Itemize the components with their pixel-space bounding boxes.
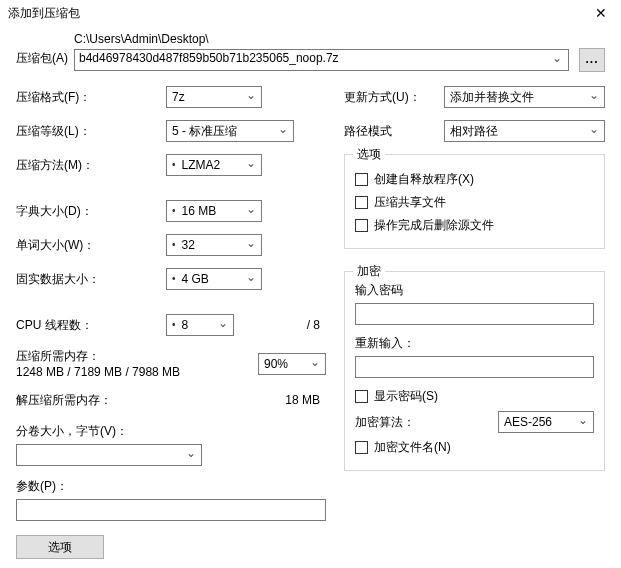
method-select[interactable]: LZMA2: [166, 154, 262, 176]
delete-after-checkbox[interactable]: 操作完成后删除源文件: [355, 217, 594, 234]
update-select[interactable]: 添加并替换文件: [444, 86, 605, 108]
dict-label: 字典大小(D)：: [16, 203, 166, 220]
level-select[interactable]: 5 - 标准压缩: [166, 120, 294, 142]
sfx-checkbox[interactable]: 创建自释放程序(X): [355, 171, 594, 188]
params-input[interactable]: [16, 499, 326, 521]
mem-decomp-label: 解压缩所需内存：: [16, 392, 112, 409]
update-label: 更新方式(U)：: [344, 89, 444, 106]
threads-select[interactable]: 8: [166, 314, 234, 336]
checkbox-icon: [355, 441, 368, 454]
word-label: 单词大小(W)：: [16, 237, 166, 254]
solid-label: 固实数据大小：: [16, 271, 166, 288]
mem-comp-label: 压缩所需内存：: [16, 348, 180, 365]
password-input[interactable]: [355, 303, 594, 325]
threads-total: / 8: [234, 318, 326, 332]
show-password-checkbox[interactable]: 显示密码(S): [355, 388, 594, 405]
archive-label: 压缩包(A): [16, 32, 74, 67]
dict-select[interactable]: 16 MB: [166, 200, 262, 222]
archive-filename-select[interactable]: b4d46978430d487f859b50b71b235065_noop.7z: [74, 49, 569, 71]
split-select[interactable]: [16, 444, 202, 466]
options-group-label: 选项: [353, 146, 385, 163]
enc-method-select[interactable]: AES-256: [498, 411, 594, 433]
method-label: 压缩方法(M)：: [16, 157, 166, 174]
format-label: 压缩格式(F)：: [16, 89, 166, 106]
mem-pct-select[interactable]: 90%: [258, 353, 326, 375]
shared-checkbox[interactable]: 压缩共享文件: [355, 194, 594, 211]
word-select[interactable]: 32: [166, 234, 262, 256]
window-title: 添加到压缩包: [8, 5, 80, 22]
checkbox-icon: [355, 219, 368, 232]
archive-filename: b4d46978430d487f859b50b71b235065_noop.7z: [79, 51, 339, 65]
params-label: 参数(P)：: [16, 478, 326, 495]
threads-label: CPU 线程数：: [16, 317, 166, 334]
solid-select[interactable]: 4 GB: [166, 268, 262, 290]
password-label: 输入密码: [355, 282, 594, 299]
pathmode-select[interactable]: 相对路径: [444, 120, 605, 142]
close-icon[interactable]: ✕: [589, 5, 613, 21]
pathmode-label: 路径模式: [344, 123, 444, 140]
mem-decomp-value: 18 MB: [285, 393, 326, 407]
enc-method-label: 加密算法：: [355, 414, 498, 431]
archive-path-hint: C:\Users\Admin\Desktop\: [74, 32, 605, 46]
encrypt-names-checkbox[interactable]: 加密文件名(N): [355, 439, 594, 456]
split-label: 分卷大小，字节(V)：: [16, 423, 326, 440]
checkbox-icon: [355, 390, 368, 403]
encryption-group-label: 加密: [353, 263, 385, 280]
password2-input[interactable]: [355, 356, 594, 378]
format-select[interactable]: 7z: [166, 86, 262, 108]
mem-comp-detail: 1248 MB / 7189 MB / 7988 MB: [16, 365, 180, 379]
password2-label: 重新输入：: [355, 335, 594, 352]
checkbox-icon: [355, 173, 368, 186]
browse-button[interactable]: ...: [579, 48, 605, 72]
level-label: 压缩等级(L)：: [16, 123, 166, 140]
checkbox-icon: [355, 196, 368, 209]
options-button[interactable]: 选项: [16, 535, 104, 559]
